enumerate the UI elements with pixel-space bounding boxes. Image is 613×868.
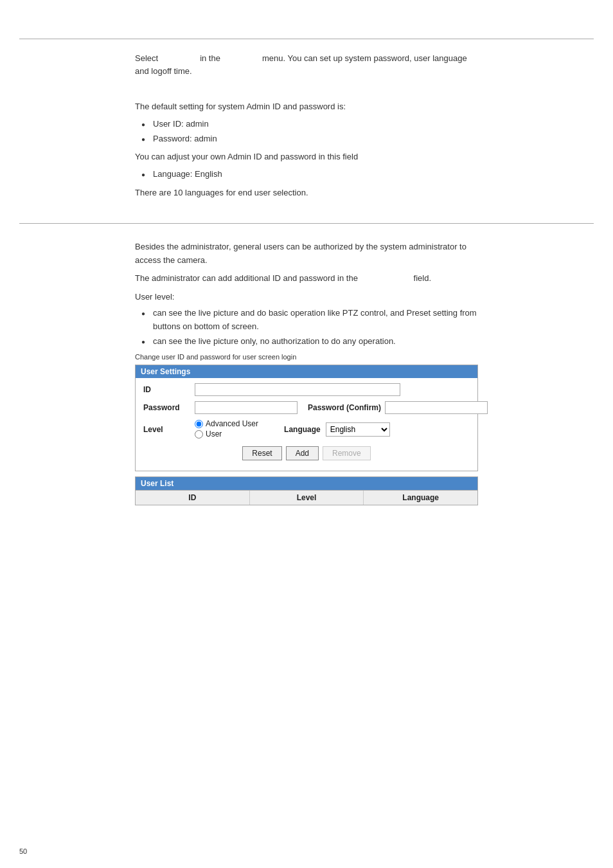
id-row: ID [143,383,470,396]
password-label: Password [143,403,195,412]
section2-user-level-label: User level: [135,291,478,304]
user-list-column-headers: ID Level Language [136,490,477,505]
section2-para1: Besides the administrator, general users… [135,240,478,267]
col-language: Language [364,491,477,505]
button-row: Reset Add Remove [143,446,470,460]
level-label: Level [143,425,195,434]
password-confirm-input[interactable] [385,401,488,414]
bullet-userid: User ID: admin [141,118,478,131]
section1-language-bullet: Language: English [141,168,478,181]
bullet-language: Language: English [141,168,478,181]
level-options: Advanced User User [195,419,258,440]
section1-adjust-text: You can adjust your own Admin ID and pas… [135,150,478,164]
section1-intro: Select in the menu. You can set up syste… [135,52,478,77]
page-wrapper: Select in the menu. You can set up syste… [0,39,613,868]
mid-rule [19,223,594,224]
section1: Select in the menu. You can set up syste… [0,39,613,217]
page-number: 50 [19,847,27,855]
advanced-user-radio[interactable] [195,420,203,428]
password-input[interactable] [195,401,298,414]
change-label: Change user ID and password for user scr… [135,353,478,361]
section2-para2: The administrator can add additional ID … [135,272,478,285]
level-row: Level Advanced User User Language E [143,419,470,440]
id-input[interactable] [195,383,400,396]
user-settings-panel: User Settings ID Password Password (Conf… [135,365,478,471]
section1-languages-text: There are 10 languages for end user sele… [135,186,478,200]
user-settings-body: ID Password Password (Confirm) Level [136,378,477,471]
section2-user-level-bullets: can see the live picture and do basic op… [141,307,478,348]
user-radio[interactable] [195,430,203,439]
remove-button[interactable]: Remove [323,446,371,460]
user-settings-header: User Settings [136,365,477,378]
add-button[interactable]: Add [286,446,319,460]
password-row: Password Password (Confirm) [143,401,470,414]
bullet-user: can see the live picture only, no author… [141,335,478,348]
language-label: Language [284,425,321,434]
advanced-user-label: Advanced User [206,419,258,428]
col-id: ID [136,491,250,505]
language-select[interactable]: English Chinese French German Spanish It… [326,422,390,437]
password-confirm-label: Password (Confirm) [308,403,381,412]
advanced-user-option[interactable]: Advanced User [195,419,258,428]
section2: Besides the administrator, general users… [0,230,613,516]
user-list-header: User List [136,477,477,490]
user-list-panel: User List ID Level Language [135,476,478,505]
reset-button[interactable]: Reset [242,446,281,460]
bullet-advanced-user: can see the live picture and do basic op… [141,307,478,334]
section1-bullets: User ID: admin Password: admin [141,118,478,146]
bullet-password: Password: admin [141,132,478,146]
col-level: Level [250,491,364,505]
user-option[interactable]: User [195,429,258,439]
user-label: User [206,429,222,439]
section1-default-heading: The default setting for system Admin ID … [135,100,478,114]
id-label: ID [143,385,195,394]
